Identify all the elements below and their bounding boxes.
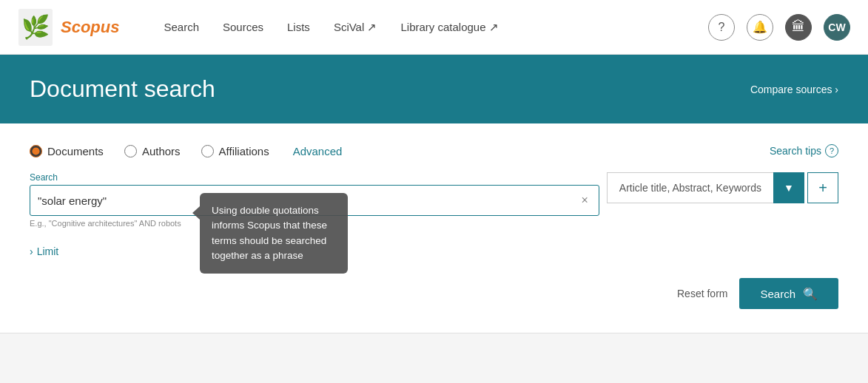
clear-search-button[interactable]: × — [578, 194, 591, 207]
limit-label: Limit — [37, 245, 59, 257]
tab-advanced[interactable]: Advanced — [293, 145, 343, 157]
tab-affiliations[interactable]: Affiliations — [201, 145, 269, 157]
institution-icon: 🏛 — [792, 19, 805, 35]
nav-search[interactable]: Search — [164, 21, 199, 33]
nav-library-catalogue[interactable]: Library catalogue ↗ — [400, 21, 498, 34]
search-submit-icon: 🔍 — [803, 287, 818, 301]
svg-text:🌿: 🌿 — [21, 13, 50, 40]
top-navigation: 🌿 Scopus Search Sources Lists SciVal ↗ L… — [0, 0, 868, 55]
reset-form-button[interactable]: Reset form — [677, 288, 727, 299]
affiliations-radio[interactable] — [201, 145, 214, 157]
scopus-tree-logo: 🌿 — [18, 9, 53, 46]
nav-scival[interactable]: SciVal ↗ — [334, 21, 377, 34]
help-button[interactable]: ? — [708, 14, 735, 41]
scopus-wordmark: Scopus — [61, 18, 119, 37]
limit-toggle[interactable]: › Limit — [30, 245, 838, 257]
submit-label: Search — [760, 288, 795, 300]
search-input-wrapper: × — [30, 185, 599, 216]
authors-radio[interactable] — [124, 145, 137, 157]
search-row: Search × E.g., "Cognitive architectures"… — [30, 172, 838, 228]
limit-chevron-icon: › — [30, 245, 33, 257]
affiliations-label: Affiliations — [219, 145, 269, 157]
search-panel: Documents Authors Affiliations Advanced … — [0, 123, 868, 333]
notifications-button[interactable]: 🔔 — [747, 14, 773, 41]
chevron-down-icon: ▼ — [784, 182, 794, 194]
search-tips-label: Search tips — [770, 145, 821, 157]
plus-icon: + — [818, 180, 827, 197]
search-tips-icon: ? — [825, 144, 838, 157]
page-title: Document search — [30, 75, 215, 103]
documents-label: Documents — [47, 145, 104, 157]
authors-label: Authors — [142, 145, 181, 157]
field-label-button[interactable]: Article title, Abstract, Keywords — [607, 172, 773, 203]
user-avatar[interactable]: CW — [824, 14, 850, 41]
search-field-label: Search — [30, 172, 599, 183]
nav-icons: ? 🔔 🏛 CW — [708, 14, 850, 41]
bell-icon: 🔔 — [753, 20, 767, 34]
add-field-button[interactable]: + — [807, 172, 838, 203]
compare-sources-link[interactable]: Compare sources › — [750, 84, 838, 95]
limit-section: › Limit — [30, 245, 838, 257]
nav-lists[interactable]: Lists — [287, 21, 310, 33]
tab-documents[interactable]: Documents — [30, 145, 104, 157]
search-submit-button[interactable]: Search 🔍 — [739, 278, 838, 309]
nav-sources[interactable]: Sources — [223, 21, 263, 33]
search-tips-button[interactable]: Search tips ? — [770, 144, 838, 157]
bottom-actions: Reset form Search 🔍 — [30, 278, 838, 309]
search-hint: E.g., "Cognitive architectures" AND robo… — [30, 219, 599, 228]
institution-button[interactable]: 🏛 — [785, 14, 812, 41]
search-field-container: Search × E.g., "Cognitive architectures"… — [30, 172, 599, 228]
nav-links: Search Sources Lists SciVal ↗ Library ca… — [164, 21, 708, 34]
search-type-tabs: Documents Authors Affiliations Advanced … — [30, 144, 838, 157]
tab-authors[interactable]: Authors — [124, 145, 181, 157]
hero-banner: Document search Compare sources › — [0, 55, 868, 123]
field-selector: Article title, Abstract, Keywords ▼ + — [607, 172, 838, 203]
documents-radio[interactable] — [30, 145, 42, 157]
field-dropdown-button[interactable]: ▼ — [773, 172, 804, 203]
logo-area: 🌿 Scopus — [18, 9, 119, 46]
search-input[interactable] — [38, 194, 578, 207]
